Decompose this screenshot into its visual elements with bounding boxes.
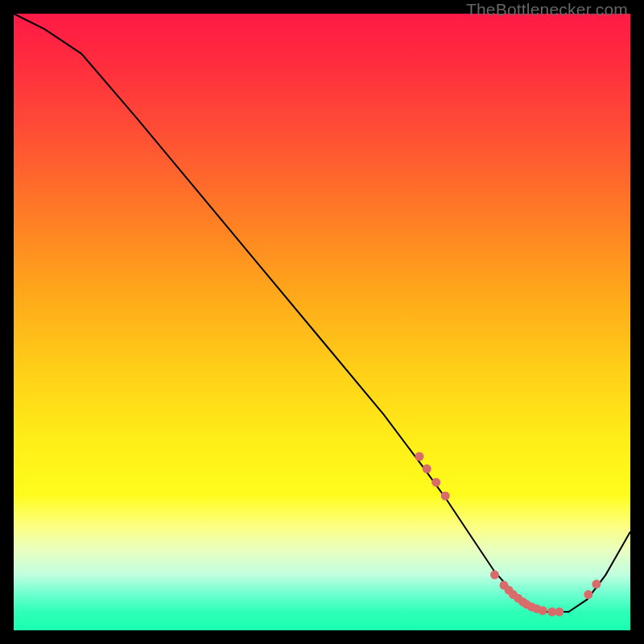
highlight-dot	[431, 478, 440, 487]
highlight-dot	[555, 608, 564, 617]
highlight-dots	[415, 452, 601, 617]
highlight-dot	[539, 606, 547, 615]
watermark-text: TheBottlenecker.com	[466, 0, 628, 19]
chart-svg	[14, 14, 630, 630]
highlight-dot	[415, 452, 424, 461]
highlight-dot	[441, 492, 450, 501]
highlight-dot	[584, 590, 592, 599]
highlight-dot	[490, 571, 499, 580]
highlight-dot	[423, 464, 431, 473]
highlight-dot	[592, 580, 601, 588]
chart-plot-area	[14, 14, 630, 630]
bottleneck-curve	[14, 14, 630, 612]
